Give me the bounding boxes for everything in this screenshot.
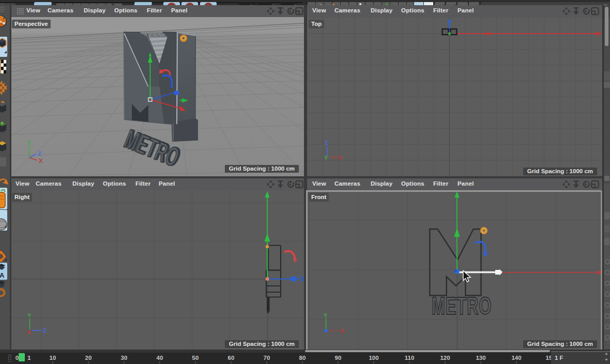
svg-text:Y: Y <box>324 312 328 318</box>
svg-text:0: 0 <box>16 355 19 361</box>
svg-text:100: 100 <box>369 355 378 361</box>
svg-text:X: X <box>27 329 31 336</box>
svg-text:X: X <box>341 328 345 334</box>
svg-text:X: X <box>39 158 43 164</box>
svg-text:A: A <box>0 271 5 279</box>
svg-text:30: 30 <box>121 355 128 361</box>
svg-text:X: X <box>339 155 343 161</box>
svg-text:Z: Z <box>325 140 328 146</box>
svg-text:METRO: METRO <box>432 292 492 320</box>
svg-text:60: 60 <box>228 355 235 361</box>
svg-text:1: 1 <box>27 355 31 361</box>
svg-text:10: 10 <box>50 355 56 361</box>
svg-text:110: 110 <box>405 355 415 361</box>
svg-text:40: 40 <box>157 355 163 361</box>
svg-text:Z: Z <box>38 150 41 157</box>
svg-text:Y: Y <box>324 155 328 161</box>
svg-text:50: 50 <box>192 355 199 361</box>
svg-text:130: 130 <box>476 355 485 361</box>
svg-text:70: 70 <box>264 355 270 361</box>
svg-text:90: 90 <box>335 355 342 361</box>
svg-text:1 F: 1 F <box>555 355 563 361</box>
svg-text:20: 20 <box>85 355 92 361</box>
svg-text:Y: Y <box>27 140 31 146</box>
svg-text:120: 120 <box>440 355 450 361</box>
svg-text:140: 140 <box>511 355 521 361</box>
svg-text:Z: Z <box>43 327 47 333</box>
svg-text:80: 80 <box>299 355 306 361</box>
svg-text:Y: Y <box>27 312 32 318</box>
